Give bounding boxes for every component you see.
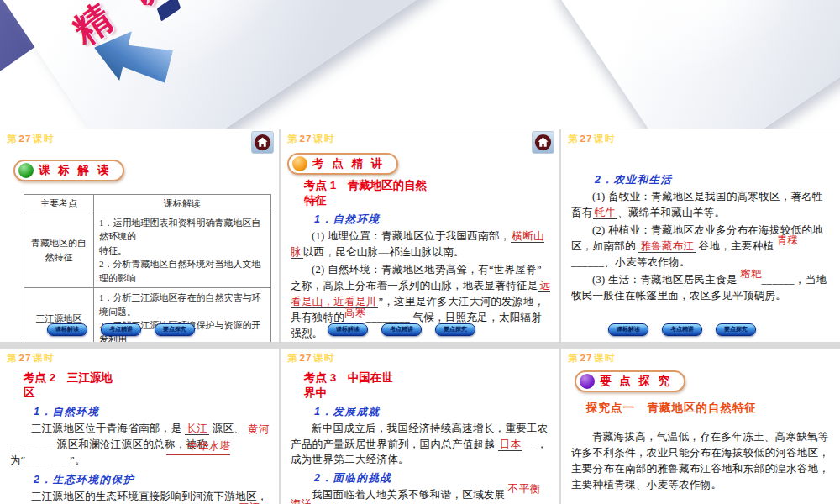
slide-panel-3: 第27课时 2．农业和生活 (1) 畜牧业：青藏地区是我国的高寒牧区，著名牲畜有…	[561, 129, 840, 342]
paragraph: (2) 种植业：青藏地区农业多分布在海拔较低的地区，如南部的 雅鲁藏布江 谷地，…	[571, 223, 832, 270]
lesson-prefix: 第	[568, 134, 579, 144]
answer-text: 牦牛	[593, 207, 618, 219]
row-topic: 青藏地区的自然特征	[24, 213, 94, 288]
lesson-number: 第27课时	[568, 352, 615, 365]
nav-button-yaodian[interactable]: 要点探究	[716, 323, 756, 336]
lesson-prefix: 第	[7, 134, 18, 144]
text-run: ______	[762, 274, 795, 286]
lesson-num: 27	[18, 134, 34, 144]
lesson-suffix: 课时	[33, 134, 54, 144]
purple-ball-icon	[580, 374, 595, 389]
answer-text: 长江	[185, 423, 210, 435]
lesson-prefix: 第	[287, 134, 298, 144]
text-run: ________	[26, 454, 70, 466]
slide-panel-2: 第27课时 考 点 精 讲 考点 1 青藏地区的自然特征 1．自然环境 (1) …	[281, 129, 559, 342]
answer-text: 不平衡	[508, 483, 540, 495]
text-run: 我国面临着人地关系不够和谐，区域发展	[312, 489, 508, 501]
subheading-agriculture: 2．农业和生活	[595, 173, 840, 187]
slide-nav-row: 课标解读 考点精讲 要点探究	[608, 323, 756, 336]
text-run: ”。	[70, 454, 86, 466]
lesson-number: 第27课时	[7, 352, 54, 365]
home-button[interactable]	[251, 131, 274, 154]
answer-huanghe: 黄河	[227, 422, 270, 438]
text-run: 三江源地区的生态环境直接影响到河流下游地区，近年来当地生态环境受到破坏，为此国家…	[10, 491, 268, 504]
exam-point-1-title: 考点 1 青藏地区的自然特征	[304, 178, 437, 208]
section-pill-kebiao: 课 标 解 读	[13, 160, 124, 181]
paragraph: 我国面临着人地关系不够和谐，区域发展 不平衡海洋________ ，______…	[291, 487, 551, 504]
row-detail: 1．运用地理图表和资料明确青藏地区自然环境的 特征。 2．分析青藏地区自然环境对…	[94, 213, 271, 288]
lesson-suffix: 课时	[594, 134, 615, 144]
paragraph: 青藏海拔高，气温低，存在多年冻土、高寒缺氧等许多不利条件，农业只能分布在海拔较低…	[571, 429, 832, 493]
section-title: 要 点 探 究	[600, 374, 672, 389]
nav-button-kaodian[interactable]: 考点精讲	[381, 323, 422, 336]
nav-button-kebiao[interactable]: 课标解读	[608, 323, 648, 336]
paragraph: (3) 生活：青藏地区居民主食是 糌粑______，当地牧民一般住在帐篷里面，农…	[571, 272, 832, 304]
answer-text: 高寒	[344, 307, 366, 318]
subheading-natural-env: 1．自然环境	[314, 213, 559, 227]
slide-handout-view: 精 讲 第27课时 课 标 解 读 主要考点 课标解读	[0, 0, 840, 504]
exam-point-2-title: 考点 2 三江源地区	[24, 370, 118, 401]
nav-button-kaodian[interactable]: 考点精讲	[662, 323, 702, 336]
explore-point-title: 探究点一 青藏地区的自然特征	[586, 401, 840, 416]
lesson-suffix: 课时	[33, 353, 54, 363]
lesson-num: 27	[18, 353, 34, 363]
slide-grid: 第27课时 课 标 解 读 主要考点 课标解读 青藏地区的自然特征 1．运用地理…	[0, 129, 840, 504]
text-run: ________	[366, 312, 410, 323]
lesson-num: 27	[298, 134, 314, 144]
text-run: 青藏海拔高，气温低，存在多年冻土、高寒缺氧等许多不利条件，农业只能分布在海拔较低…	[571, 431, 829, 491]
green-ball-icon	[18, 163, 34, 178]
section-title: 考 点 精 讲	[312, 156, 385, 171]
lesson-prefix: 第	[7, 353, 18, 363]
answer-text: 雅鲁藏布江	[638, 240, 696, 253]
paragraph: 新中国成立后，我国经济持续高速增长，重要工农产品的产量跃居世界前列，国内总产值超…	[291, 421, 551, 466]
paragraph: 三江源地区的生态环境直接影响到河流下游地区，近年来当地生态环境受到破坏，为此国家…	[10, 489, 270, 504]
text-run: ______	[571, 256, 604, 268]
section-pill-yaodian: 要 点 探 究	[575, 370, 685, 392]
lesson-num: 27	[579, 134, 595, 144]
answer-text: 日本	[498, 438, 523, 451]
paragraph: 三江源地区位于青海省南部，是 长江 源区、________ 源区和澜沧江源区的总…	[10, 421, 270, 469]
text-run: 以西，昆仑山脉—祁连山脉以南。	[303, 246, 465, 258]
orange-ball-icon	[292, 156, 307, 171]
paragraph: (1) 地理位置：青藏地区位于我国西南部，横断山脉以西，昆仑山脉—祁连山脉以南。	[291, 228, 551, 260]
text-run: 、小麦等农作物。	[604, 256, 690, 268]
text-run: ________	[10, 438, 54, 450]
lesson-num: 27	[298, 353, 314, 363]
text-run: __	[522, 438, 533, 450]
answer-zhonghuashuita: 中华水塔	[166, 438, 230, 455]
nav-button-kebiao[interactable]: 课标解读	[328, 323, 368, 336]
text-run: 三江源地区位于青海省南部，是	[31, 423, 185, 434]
text-run: (3) 生活：青藏地区居民主食是	[592, 274, 740, 286]
answer-text: 青稞	[777, 234, 799, 246]
lesson-num: 27	[579, 353, 595, 363]
subheading-natural-env: 1．自然环境	[34, 405, 279, 419]
exam-point-3-title: 考点 3 中国在世界中	[304, 370, 398, 401]
slide-panel-6: 第27课时 要 点 探 究 探究点一 青藏地区的自然特征 青藏海拔高，气温低，存…	[561, 349, 840, 504]
nav-button-kebiao[interactable]: 课标解读	[47, 323, 87, 336]
text-run: (2) 自然环境：青藏地区地势高耸，有“世界屋脊”之称，高原上分布着一系列的山脉…	[291, 264, 542, 291]
table-row: 青藏地区的自然特征 1．运用地理图表和资料明确青藏地区自然环境的 特征。 2．分…	[24, 213, 271, 288]
paragraph: (1) 畜牧业：青藏地区是我国的高寒牧区，著名牲畜有牦牛、藏绵羊和藏山羊等。	[571, 189, 832, 221]
decor-band: 精 讲	[0, 0, 840, 129]
nav-button-yaodian[interactable]: 要点探究	[435, 323, 475, 336]
nav-button-yaodian[interactable]: 要点探究	[155, 323, 195, 336]
text-run: (1) 地理位置：青藏地区位于我国西南部，	[312, 230, 511, 242]
section-title: 课 标 解 读	[39, 163, 111, 178]
subheading-achievements: 1．发展成就	[314, 405, 559, 419]
course-standard-table: 主要考点 课标解读 青藏地区的自然特征 1．运用地理图表和资料明确青藏地区自然环…	[24, 194, 271, 342]
text-run: 、藏绵羊和藏山羊等。	[617, 207, 725, 218]
slide-nav-row: 课标解读 考点精讲 要点探究	[328, 323, 475, 336]
lesson-suffix: 课时	[594, 353, 615, 363]
lesson-suffix: 课时	[313, 134, 334, 144]
lesson-number: 第27课时	[287, 352, 334, 365]
slide-panel-4: 第27课时 考点 2 三江源地区 1．自然环境 三江源地区位于青海省南部，是 长…	[0, 349, 279, 504]
home-button[interactable]	[532, 131, 554, 154]
lesson-prefix: 第	[568, 353, 579, 363]
slide-panel-1: 第27课时 课 标 解 读 主要考点 课标解读 青藏地区的自然特征 1．运用地理…	[0, 129, 279, 342]
subheading-eco-protection: 2．生态环境的保护	[34, 473, 279, 487]
lesson-number: 第27课时	[7, 133, 54, 145]
text-run: 谷地，主要种植	[696, 240, 776, 252]
lesson-number: 第27课时	[287, 133, 334, 145]
nav-button-kaodian[interactable]: 考点精讲	[101, 323, 141, 336]
table-header-topic: 主要考点	[24, 195, 94, 213]
